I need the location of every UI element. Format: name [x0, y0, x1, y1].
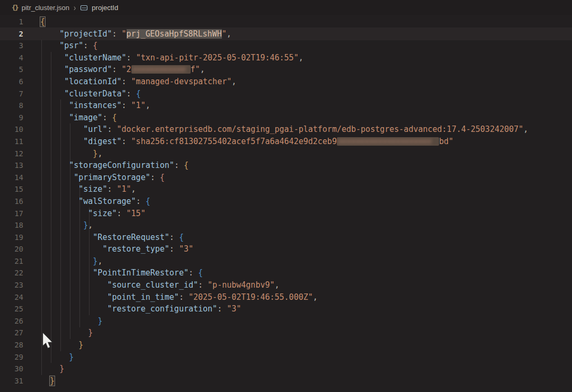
line-number[interactable]: 6: [0, 76, 23, 88]
line-number[interactable]: 30: [0, 363, 23, 375]
code-token: ,: [299, 53, 303, 63]
code-line[interactable]: 6 "locationId": "managed-devspatcher",: [0, 76, 572, 88]
code-token: ,: [146, 101, 150, 110]
code-token: }: [50, 376, 55, 386]
code-line[interactable]: 24 "point_in_time": "2025-05-02T19:46:55…: [0, 291, 572, 304]
code-line[interactable]: 19 "RestoreRequest": {: [0, 231, 572, 244]
line-number[interactable]: 25: [0, 303, 23, 315]
line-number[interactable]: 29: [0, 351, 23, 363]
code-line[interactable]: 28 }: [0, 339, 572, 351]
code-text: "image": {: [23, 112, 117, 124]
line-number[interactable]: 31: [0, 375, 23, 387]
code-token: :: [117, 209, 127, 218]
code-token: ,: [97, 256, 102, 266]
line-number[interactable]: 28: [0, 339, 23, 351]
code-token: :: [169, 233, 179, 242]
code-line[interactable]: 8 "instances": "1",: [0, 100, 572, 112]
code-token: "size": [78, 184, 107, 194]
line-number[interactable]: 23: [0, 279, 23, 291]
code-token: {: [136, 89, 141, 99]
redacted-text: #####################: [337, 137, 439, 146]
code-line[interactable]: 16 "walStorage": {: [0, 195, 572, 208]
line-number[interactable]: 3: [0, 40, 23, 52]
code-line[interactable]: 3 "psr": {: [0, 40, 572, 52]
code-line[interactable]: 17 "size": "15": [0, 208, 572, 220]
line-number[interactable]: 7: [0, 88, 23, 100]
line-number[interactable]: 22: [0, 267, 23, 279]
code-line[interactable]: 5 "password": "2############f",: [0, 64, 572, 76]
code-token: "source_cluster_id": [107, 280, 198, 290]
code-text: },: [23, 255, 102, 268]
code-line[interactable]: 21 },: [0, 255, 572, 268]
line-number[interactable]: 13: [0, 159, 23, 172]
code-text: "locationId": "managed-devspatcher",: [23, 76, 236, 88]
line-number[interactable]: 11: [0, 136, 23, 148]
code-line[interactable]: 25 "restore_configuration": "3": [0, 303, 572, 315]
code-line[interactable]: 14 "primaryStorage": {: [0, 172, 572, 184]
line-number[interactable]: 18: [0, 219, 23, 231]
code-line[interactable]: 15 "size": "1",: [0, 183, 572, 195]
line-number[interactable]: 15: [0, 183, 23, 195]
line-number[interactable]: 21: [0, 255, 23, 268]
line-number[interactable]: 2: [0, 28, 23, 40]
line-number[interactable]: 17: [0, 208, 23, 220]
code-line[interactable]: 27 }: [0, 327, 572, 339]
code-line[interactable]: 2 "projectId": "prj_GEOsaHpfS8RLshWH",: [0, 28, 572, 40]
line-number[interactable]: 26: [0, 315, 23, 327]
code-token: :: [136, 197, 146, 206]
line-number[interactable]: 5: [0, 64, 23, 76]
code-line[interactable]: 4 "clusterName": "txn-api-pitr-2025-05-0…: [0, 52, 572, 64]
code-line[interactable]: 22 "PointInTimeRestore": {: [0, 267, 572, 279]
code-line[interactable]: 29 }: [0, 351, 572, 363]
line-number[interactable]: 14: [0, 172, 23, 184]
code-line[interactable]: 13 "storageConfiguration": {: [0, 159, 572, 172]
code-token: "clusterName": [64, 53, 126, 63]
code-line[interactable]: 9 "image": {: [0, 112, 572, 124]
code-line[interactable]: 23 "source_cluster_id": "p-nubw4gnbv9",: [0, 279, 572, 291]
line-number[interactable]: 27: [0, 327, 23, 339]
code-token: "2: [122, 65, 131, 74]
code-token: :: [122, 77, 131, 86]
line-number[interactable]: 10: [0, 123, 23, 136]
code-line[interactable]: 30 }: [0, 363, 572, 375]
code-text: "digest": "sha256:cf81302755402acef5f7a6…: [23, 136, 453, 148]
code-editor[interactable]: 1{2 "projectId": "prj_GEOsaHpfS8RLshWH",…: [0, 16, 572, 387]
code-line[interactable]: 31 }: [0, 375, 572, 387]
selected-text: EOsaHpfS8RLshWH: [150, 29, 221, 39]
code-token: "image": [69, 113, 102, 122]
code-text: "clusterData": {: [23, 88, 141, 100]
code-line[interactable]: 10 "url": "docker.enterprisedb.com/stagi…: [0, 123, 572, 136]
code-token: :: [150, 173, 160, 182]
code-text: }: [23, 327, 93, 339]
line-number[interactable]: 19: [0, 231, 23, 244]
code-line[interactable]: 18 },: [0, 219, 572, 231]
line-number[interactable]: 16: [0, 195, 23, 208]
code-line[interactable]: 1{: [0, 16, 572, 28]
code-token: :: [107, 124, 117, 134]
line-number[interactable]: 9: [0, 112, 23, 124]
code-token: "size": [88, 209, 117, 218]
code-token: f": [191, 65, 200, 74]
code-token: "3": [227, 304, 241, 314]
code-text: "RestoreRequest": {: [23, 231, 184, 244]
code-token: }: [78, 340, 83, 350]
line-number[interactable]: 4: [0, 52, 23, 64]
code-line[interactable]: 12 },: [0, 148, 572, 160]
line-number[interactable]: 20: [0, 243, 23, 255]
line-number[interactable]: 8: [0, 100, 23, 112]
code-line[interactable]: 26 }: [0, 315, 572, 327]
line-number[interactable]: 24: [0, 291, 23, 304]
code-token: :: [127, 53, 136, 63]
line-number[interactable]: 1: [0, 16, 23, 28]
code-token: "url": [83, 124, 107, 134]
code-token: "PointInTimeRestore": [93, 268, 189, 278]
code-token: ,: [231, 77, 236, 86]
code-line[interactable]: 20 "restore_type": "3": [0, 243, 572, 255]
code-token: ,: [97, 149, 102, 158]
code-token: }: [69, 352, 74, 362]
code-line[interactable]: 7 "clusterData": {: [0, 88, 572, 100]
code-line[interactable]: 11 "digest": "sha256:cf81302755402acef5f…: [0, 136, 572, 148]
code-token: :: [127, 89, 136, 99]
line-number[interactable]: 12: [0, 148, 23, 160]
code-token: ,: [313, 292, 318, 302]
